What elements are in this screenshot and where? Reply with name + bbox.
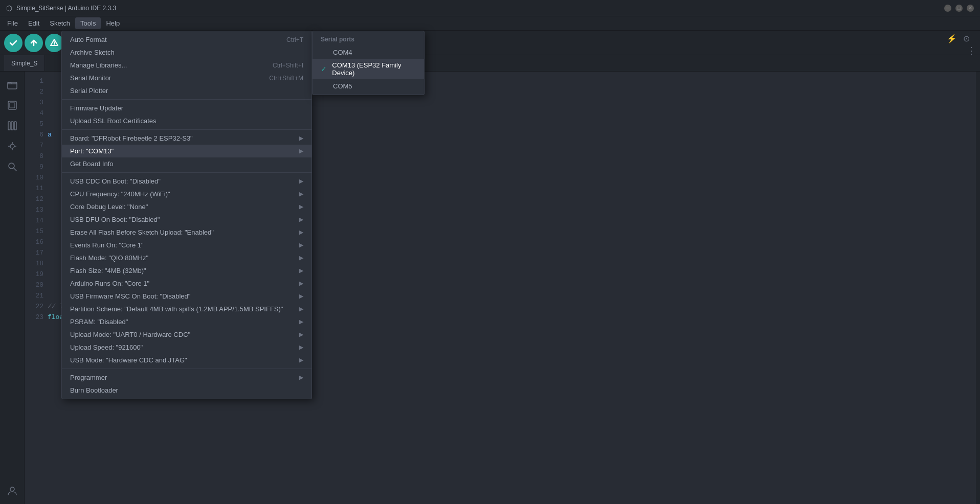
menu-psram-label: PSRAM: "Disabled" — [70, 318, 128, 326]
line-num-19: 19 — [25, 269, 48, 280]
menu-help[interactable]: Help — [101, 17, 125, 29]
menu-serial-monitor-label: Serial Monitor — [70, 74, 111, 82]
menu-port[interactable]: Port: "COM13" ▶ — [62, 145, 311, 157]
menu-programmer[interactable]: Programmer ▶ — [62, 371, 311, 384]
line-num-21: 21 — [25, 290, 48, 301]
menu-erase-flash-arrow: ▶ — [299, 229, 303, 236]
com4-check — [321, 48, 329, 56]
menu-upload-mode[interactable]: Upload Mode: "UART0 / Hardware CDC" ▶ — [62, 328, 311, 341]
menu-manage-libraries-shortcut: Ctrl+Shift+I — [273, 62, 303, 69]
sidebar-icon-debug[interactable] — [3, 137, 21, 155]
menu-auto-format[interactable]: Auto Format Ctrl+T — [62, 33, 311, 46]
debug-button[interactable] — [45, 34, 63, 52]
com4-label: COM4 — [333, 49, 352, 56]
menu-usb-firmware[interactable]: USB Firmware MSC On Boot: "Disabled" ▶ — [62, 290, 311, 303]
submenu-com13[interactable]: ✓ COM13 (ESP32 Family Device) — [313, 59, 424, 79]
line-num-3: 3 — [25, 97, 48, 108]
line-num-11: 11 — [25, 183, 48, 194]
menu-arduino-runs-arrow: ▶ — [299, 280, 303, 287]
minimize-button[interactable]: ─ — [944, 5, 951, 12]
menu-psram[interactable]: PSRAM: "Disabled" ▶ — [62, 315, 311, 328]
svg-point-10 — [10, 144, 14, 148]
sidebar-icon-folder[interactable] — [3, 76, 21, 94]
menu-events-run-arrow: ▶ — [299, 242, 303, 248]
menu-partition[interactable]: Partition Scheme: "Default 4MB with spif… — [62, 303, 311, 315]
debug-icon — [50, 38, 59, 48]
menu-arduino-runs[interactable]: Arduino Runs On: "Core 1" ▶ — [62, 277, 311, 290]
serial-monitor-icon[interactable]: ⊙ — [963, 34, 970, 43]
submenu-com5[interactable]: COM5 — [313, 79, 424, 93]
library-icon — [7, 121, 17, 131]
menu-partition-arrow: ▶ — [299, 306, 303, 312]
menu-core-debug-arrow: ▶ — [299, 203, 303, 210]
menu-burn-bootloader[interactable]: Burn Bootloader — [62, 384, 311, 397]
divider-2 — [62, 129, 311, 130]
menu-auto-format-shortcut: Ctrl+T — [286, 36, 303, 43]
line-num-2: 2 — [25, 86, 48, 97]
svg-point-15 — [9, 163, 14, 169]
menu-get-board-info[interactable]: Get Board Info — [62, 157, 311, 170]
close-button[interactable]: ✕ — [967, 5, 974, 12]
menu-tools[interactable]: Tools — [75, 17, 101, 29]
menu-usb-cdc[interactable]: USB CDC On Boot: "Disabled" ▶ — [62, 175, 311, 188]
serial-plotter-icon[interactable]: ⚡ — [947, 34, 957, 43]
menu-events-run[interactable]: Events Run On: "Core 1" ▶ — [62, 239, 311, 251]
menu-cpu-freq[interactable]: CPU Frequency: "240MHz (WiFi)" ▶ — [62, 188, 311, 200]
menu-flash-size[interactable]: Flash Size: "4MB (32Mb)" ▶ — [62, 264, 311, 277]
tab-label: Simple_S — [11, 60, 37, 67]
menu-get-board-info-label: Get Board Info — [70, 160, 114, 168]
menu-board[interactable]: Board: "DFRobot Firebeetle 2 ESP32-S3" ▶ — [62, 132, 311, 145]
more-button[interactable]: ⋮ — [967, 45, 976, 56]
com13-label: COM13 (ESP32 Family Device) — [332, 61, 416, 77]
tab-simple-sitsense[interactable]: Simple_S — [4, 55, 45, 71]
menu-usb-dfu[interactable]: USB DFU On Boot: "Disabled" ▶ — [62, 213, 311, 226]
submenu-com4[interactable]: COM4 — [313, 45, 424, 59]
sidebar-icon-library[interactable] — [3, 117, 21, 135]
menu-erase-flash[interactable]: Erase All Flash Before Sketch Upload: "E… — [62, 226, 311, 239]
verify-icon — [9, 38, 18, 48]
line-num-15: 15 — [25, 226, 48, 237]
svg-rect-4 — [8, 82, 17, 89]
svg-rect-7 — [8, 122, 10, 130]
menu-serial-plotter[interactable]: Serial Plotter — [62, 84, 311, 97]
maximize-button[interactable]: □ — [955, 5, 963, 12]
menu-edit[interactable]: Edit — [23, 17, 44, 29]
verify-button[interactable] — [4, 34, 23, 52]
menu-programmer-arrow: ▶ — [299, 374, 303, 381]
menu-firmware-updater[interactable]: Firmware Updater — [62, 102, 311, 114]
upload-button[interactable] — [25, 34, 43, 52]
menu-upload-speed[interactable]: Upload Speed: "921600" ▶ — [62, 341, 311, 354]
tools-dropdown-menu: Auto Format Ctrl+T Archive Sketch Manage… — [61, 31, 312, 399]
menu-upload-mode-arrow: ▶ — [299, 331, 303, 338]
sidebar — [0, 72, 25, 504]
menu-archive-sketch[interactable]: Archive Sketch — [62, 46, 311, 59]
menu-upload-ssl[interactable]: Upload SSL Root Certificates — [62, 114, 311, 127]
sidebar-icon-board[interactable] — [3, 96, 21, 114]
menu-events-run-label: Events Run On: "Core 1" — [70, 241, 144, 249]
line-num-20: 20 — [25, 280, 48, 290]
line-num-7: 7 — [25, 140, 48, 151]
menu-cpu-freq-label: CPU Frequency: "240MHz (WiFi)" — [70, 190, 170, 198]
menu-serial-monitor[interactable]: Serial Monitor Ctrl+Shift+M — [62, 72, 311, 84]
menu-usb-cdc-arrow: ▶ — [299, 178, 303, 185]
menu-psram-arrow: ▶ — [299, 318, 303, 325]
menu-sketch[interactable]: Sketch — [44, 17, 75, 29]
line-num-14: 14 — [25, 215, 48, 226]
line-num-10: 10 — [25, 172, 48, 183]
top-right-toolbar: ⚡ ⊙ — [947, 34, 970, 43]
menu-usb-mode-label: USB Mode: "Hardware CDC and JTAG" — [70, 356, 187, 364]
menu-auto-format-label: Auto Format — [70, 36, 107, 43]
menu-flash-mode-label: Flash Mode: "QIO 80MHz" — [70, 254, 148, 262]
scrollbar-vertical[interactable] — [976, 72, 980, 504]
svg-rect-9 — [14, 122, 16, 130]
menu-flash-mode[interactable]: Flash Mode: "QIO 80MHz" ▶ — [62, 251, 311, 264]
menu-manage-libraries[interactable]: Manage Libraries... Ctrl+Shift+I — [62, 59, 311, 72]
menu-core-debug[interactable]: Core Debug Level: "None" ▶ — [62, 200, 311, 213]
sidebar-icon-user[interactable] — [3, 482, 21, 500]
menu-usb-mode-arrow: ▶ — [299, 357, 303, 363]
menu-file[interactable]: File — [2, 17, 23, 29]
menu-usb-mode[interactable]: USB Mode: "Hardware CDC and JTAG" ▶ — [62, 354, 311, 366]
title-bar-controls: ─ □ ✕ — [944, 5, 974, 12]
line-num-4: 4 — [25, 108, 48, 119]
sidebar-icon-search[interactable] — [3, 157, 21, 176]
